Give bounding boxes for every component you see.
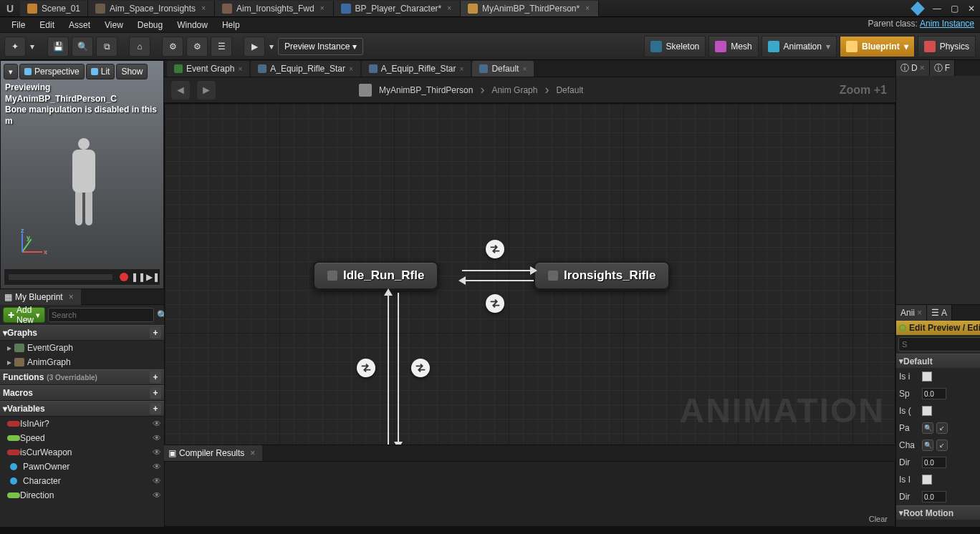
graph-tab-default[interactable]: Default× bbox=[472, 61, 534, 77]
menu-window[interactable]: Window bbox=[170, 19, 215, 31]
close-icon[interactable]: × bbox=[250, 448, 255, 458]
myblueprint-tab[interactable]: ▦ My Blueprint× bbox=[0, 289, 81, 305]
visibility-icon[interactable]: 👁 bbox=[153, 490, 161, 500]
close-button[interactable]: ✕ bbox=[963, 1, 980, 16]
window-tab-scene[interactable]: Scene_01 bbox=[20, 1, 88, 16]
menu-file[interactable]: File bbox=[4, 19, 32, 31]
variable-character[interactable]: Character👁 bbox=[0, 474, 164, 488]
minimize-button[interactable]: — bbox=[928, 1, 946, 16]
graph-tab-equip1[interactable]: A_Equip_Rifle_Star× bbox=[251, 61, 360, 77]
viewport-options[interactable]: ▾ bbox=[4, 64, 18, 79]
transition-rule-icon[interactable] bbox=[411, 359, 430, 377]
use-button[interactable]: ↙ bbox=[936, 422, 948, 434]
source-control-icon[interactable] bbox=[911, 1, 925, 16]
clear-button[interactable]: Clear bbox=[869, 515, 888, 523]
class-defaults-button[interactable]: ⚙ bbox=[186, 37, 208, 57]
viewport-show[interactable]: Show bbox=[116, 64, 148, 79]
variable-pawnowner[interactable]: PawnOwner👁 bbox=[0, 460, 164, 474]
pause-button[interactable]: ❚❚ bbox=[131, 270, 145, 284]
browse-button[interactable]: ⧉ bbox=[96, 37, 117, 57]
add-graph-button[interactable]: + bbox=[150, 327, 161, 339]
variable-direction[interactable]: Direction👁 bbox=[0, 488, 164, 503]
breadcrumb-animgraph[interactable]: Anim Graph bbox=[491, 85, 537, 95]
nav-forward[interactable]: ► bbox=[197, 81, 216, 99]
variable-isinair[interactable]: IsInAir?👁 bbox=[0, 417, 164, 431]
pick-button[interactable]: 🔍 bbox=[922, 440, 933, 451]
transition-line[interactable] bbox=[398, 293, 399, 445]
preview-instance-combo[interactable]: Preview Instance▾ bbox=[278, 38, 363, 55]
graph-tab-eventgraph[interactable]: Event Graph× bbox=[167, 61, 249, 77]
transition-line[interactable] bbox=[462, 270, 530, 271]
save-button[interactable]: 💾 bbox=[47, 37, 69, 57]
pick-button[interactable]: 🔍 bbox=[922, 422, 933, 434]
transition-rule-icon[interactable] bbox=[486, 294, 504, 313]
window-tab-playerbp[interactable]: BP_Player_Character* × bbox=[334, 1, 461, 16]
checkbox[interactable] bbox=[922, 406, 932, 416]
window-tab-animbp[interactable]: MyAnimBP_ThirdPerson* × bbox=[461, 1, 599, 16]
menu-help[interactable]: Help bbox=[215, 19, 247, 31]
myblueprint-search[interactable] bbox=[48, 308, 154, 322]
compile-button[interactable]: ✦ bbox=[4, 37, 26, 57]
visibility-icon[interactable]: 👁 bbox=[153, 447, 161, 457]
checkbox[interactable] bbox=[922, 475, 932, 485]
viewport-lit[interactable]: Lit bbox=[86, 64, 115, 79]
transition-line[interactable] bbox=[466, 280, 534, 281]
menu-asset[interactable]: Asset bbox=[62, 19, 97, 31]
number-input[interactable] bbox=[922, 491, 946, 503]
mode-skeleton[interactable]: Skeleton bbox=[644, 36, 706, 57]
parent-class-link[interactable]: Anim Instance bbox=[920, 19, 974, 29]
state-node-ironsights[interactable]: Ironsights_Rifle bbox=[534, 261, 670, 290]
state-node-idle-run[interactable]: Idle_Run_Rfle bbox=[313, 261, 438, 290]
viewport-perspective[interactable]: Perspective bbox=[19, 64, 85, 79]
preview-viewport[interactable]: ▾ Perspective Lit Show Previewing MyAnim… bbox=[0, 60, 164, 289]
asset-browser[interactable] bbox=[896, 76, 980, 305]
add-new-button[interactable]: ✚ Add New ▾ bbox=[3, 307, 45, 323]
checkbox[interactable] bbox=[922, 372, 932, 382]
graph-tab-equip2[interactable]: A_Equip_Rifle_Star× bbox=[362, 61, 471, 77]
visibility-icon[interactable]: 👁 bbox=[153, 419, 161, 429]
preview-timeline[interactable]: ❚❚ ▶❚ bbox=[4, 268, 160, 286]
step-button[interactable]: ▶❚ bbox=[145, 270, 160, 284]
nav-back[interactable]: ◄ bbox=[171, 81, 190, 99]
details-tab-anim[interactable]: Anii× bbox=[896, 305, 927, 321]
close-icon[interactable]: × bbox=[238, 65, 242, 73]
details-search[interactable] bbox=[898, 337, 980, 351]
section-macros[interactable]: Macros+ bbox=[0, 385, 164, 401]
use-button[interactable]: ↙ bbox=[936, 440, 948, 451]
breadcrumb-root[interactable]: MyAnimBP_ThirdPerson bbox=[379, 85, 473, 95]
close-icon[interactable]: × bbox=[446, 4, 453, 12]
variable-speed[interactable]: Speed👁 bbox=[0, 431, 164, 445]
variable-iscurweapon[interactable]: isCurWeapon👁 bbox=[0, 445, 164, 460]
window-tab-aimfwd[interactable]: Aim_Ironsights_Fwd × bbox=[215, 1, 334, 16]
graph-animgraph[interactable]: ▸ AnimGraph bbox=[0, 355, 164, 369]
menu-debug[interactable]: Debug bbox=[130, 19, 170, 31]
details-tab-a[interactable]: ☰A bbox=[927, 305, 952, 321]
record-button[interactable] bbox=[117, 270, 131, 284]
add-function-button[interactable]: + bbox=[150, 372, 161, 383]
transition-line[interactable] bbox=[388, 293, 389, 445]
number-input[interactable] bbox=[922, 457, 946, 468]
compiler-results-tab[interactable]: ▣ Compiler Results× bbox=[164, 445, 262, 461]
close-icon[interactable]: × bbox=[584, 4, 591, 12]
number-input[interactable] bbox=[922, 388, 946, 399]
graph-canvas[interactable]: ANIMATION Idle_Run_Rfle Ironsights_Rifle… bbox=[164, 103, 895, 445]
section-graphs[interactable]: ▾Graphs+ bbox=[0, 325, 164, 341]
close-icon[interactable]: × bbox=[460, 65, 464, 73]
details-section-default[interactable]: ▾ Default bbox=[896, 354, 980, 368]
right-tab-f[interactable]: ⓘF bbox=[930, 60, 955, 76]
class-settings-button[interactable]: ⚙ bbox=[162, 37, 183, 57]
mode-physics[interactable]: Physics bbox=[918, 36, 976, 57]
add-variable-button[interactable]: + bbox=[150, 403, 161, 414]
hide-unrelated-button[interactable]: ☰ bbox=[211, 37, 232, 57]
visibility-icon[interactable]: 👁 bbox=[153, 433, 161, 443]
menu-edit[interactable]: Edit bbox=[32, 19, 62, 31]
add-macro-button[interactable]: + bbox=[150, 387, 161, 399]
details-section-rootmotion[interactable]: ▾ Root Motion bbox=[896, 505, 980, 520]
play-button[interactable]: ▶ bbox=[244, 37, 265, 57]
close-icon[interactable]: × bbox=[200, 4, 207, 12]
breadcrumb-default[interactable]: Default bbox=[556, 85, 583, 95]
maximize-button[interactable]: ▢ bbox=[946, 1, 963, 16]
mode-animation[interactable]: Animation▾ bbox=[762, 36, 837, 57]
mode-mesh[interactable]: Mesh bbox=[708, 36, 758, 57]
find-in-content-button[interactable]: ⌂ bbox=[129, 37, 150, 57]
